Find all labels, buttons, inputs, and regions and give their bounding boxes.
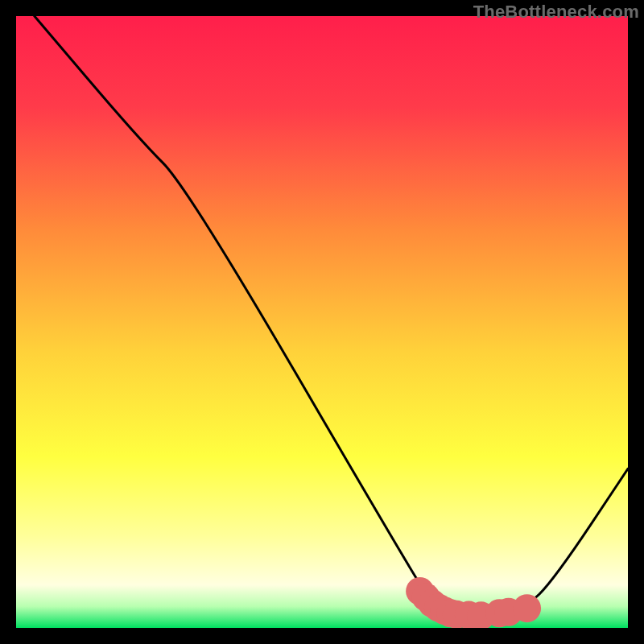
gradient-background (16, 16, 628, 628)
chart-frame (16, 16, 628, 628)
watermark-text: TheBottleneck.com (473, 2, 639, 23)
optimal-marker (513, 594, 541, 622)
bottleneck-chart (16, 16, 628, 628)
